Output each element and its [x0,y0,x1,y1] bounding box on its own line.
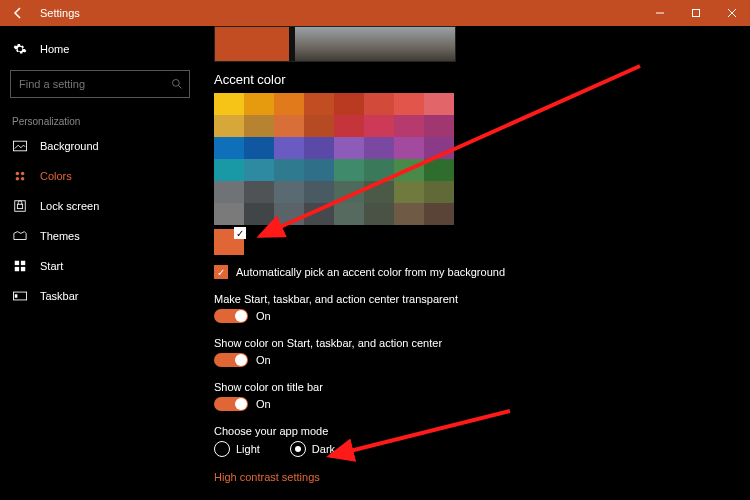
accent-swatch[interactable] [274,93,304,115]
preview-wallpaper [295,27,455,61]
accent-swatch[interactable] [274,181,304,203]
titlebar-color-label: Show color on title bar [214,381,750,393]
accent-swatch[interactable] [304,181,334,203]
svg-rect-9 [15,201,26,212]
accent-swatch[interactable] [334,137,364,159]
sidebar-item-label: Colors [40,170,72,182]
maximize-icon [691,8,701,18]
svg-point-6 [21,172,25,176]
selected-accent-swatch[interactable]: ✓ [214,229,244,255]
svg-point-8 [21,177,25,181]
sidebar-icon [12,291,28,301]
accent-swatch[interactable] [244,115,274,137]
titlebar-color-toggle[interactable] [214,397,248,411]
auto-accent-checkbox[interactable]: ✓ [214,265,228,279]
accent-swatch[interactable] [334,203,364,225]
svg-rect-16 [15,294,18,298]
accent-swatch[interactable] [274,159,304,181]
high-contrast-link[interactable]: High contrast settings [214,471,320,483]
back-button[interactable] [0,0,36,26]
sidebar-item-themes[interactable]: Themes [0,221,200,251]
accent-swatch[interactable] [214,137,244,159]
sidebar-item-background[interactable]: Background [0,131,200,161]
accent-swatch[interactable] [394,181,424,203]
accent-swatch[interactable] [214,181,244,203]
accent-swatch[interactable] [244,159,274,181]
close-button[interactable] [714,0,750,26]
accent-swatch[interactable] [244,93,274,115]
accent-swatch[interactable] [214,115,244,137]
svg-rect-14 [21,267,25,271]
accent-swatch[interactable] [424,115,454,137]
accent-swatch[interactable] [304,137,334,159]
accent-swatch[interactable] [214,159,244,181]
search-icon [171,78,183,90]
titlebar-color-state: On [256,398,271,410]
accent-swatch[interactable] [334,115,364,137]
maximize-button[interactable] [678,0,714,26]
accent-swatch[interactable] [244,137,274,159]
accent-swatch[interactable] [304,93,334,115]
app-mode-light[interactable]: Light [214,441,260,457]
accent-color-grid [214,93,454,225]
accent-swatch[interactable] [244,203,274,225]
accent-swatch[interactable] [214,203,244,225]
accent-swatch[interactable] [334,159,364,181]
accent-swatch[interactable] [364,181,394,203]
accent-swatch[interactable] [424,93,454,115]
accent-swatch[interactable] [274,115,304,137]
accent-swatch[interactable] [304,159,334,181]
app-mode-label: Choose your app mode [214,425,750,437]
sidebar-item-lock-screen[interactable]: Lock screen [0,191,200,221]
auto-accent-label: Automatically pick an accent color from … [236,266,505,278]
search-input[interactable] [17,77,161,91]
accent-swatch[interactable] [424,203,454,225]
accent-swatch[interactable] [334,93,364,115]
accent-swatch[interactable] [334,181,364,203]
accent-swatch[interactable] [394,203,424,225]
accent-swatch[interactable] [424,137,454,159]
accent-swatch[interactable] [394,93,424,115]
show-color-toggle[interactable] [214,353,248,367]
sidebar-item-start[interactable]: Start [0,251,200,281]
accent-swatch[interactable] [364,159,394,181]
app-mode-dark-label: Dark [312,443,335,455]
sidebar-item-taskbar[interactable]: Taskbar [0,281,200,311]
gear-icon [12,42,28,56]
accent-swatch[interactable] [274,203,304,225]
accent-swatch[interactable] [394,137,424,159]
radio-icon [214,441,230,457]
accent-swatch[interactable] [304,203,334,225]
accent-swatch[interactable] [364,93,394,115]
accent-heading: Accent color [214,72,750,87]
svg-rect-10 [17,204,22,208]
accent-swatch[interactable] [364,203,394,225]
sidebar-home[interactable]: Home [0,34,200,64]
sidebar-icon [12,199,28,213]
accent-swatch[interactable] [304,115,334,137]
app-mode-light-label: Light [236,443,260,455]
show-color-label: Show color on Start, taskbar, and action… [214,337,750,349]
accent-swatch[interactable] [394,159,424,181]
accent-swatch[interactable] [424,159,454,181]
svg-point-7 [16,177,20,181]
accent-swatch[interactable] [424,181,454,203]
minimize-icon [655,8,665,18]
svg-rect-1 [693,10,700,17]
accent-swatch[interactable] [244,181,274,203]
transparent-label: Make Start, taskbar, and action center t… [214,293,750,305]
search-box[interactable] [10,70,190,98]
app-mode-dark[interactable]: Dark [290,441,335,457]
sidebar-item-label: Background [40,140,99,152]
accent-swatch[interactable] [394,115,424,137]
accent-swatch[interactable] [274,137,304,159]
minimize-button[interactable] [642,0,678,26]
sidebar-item-colors[interactable]: Colors [0,161,200,191]
title-bar: Settings [0,0,750,26]
accent-swatch[interactable] [364,137,394,159]
sidebar-icon [12,140,28,152]
transparent-toggle[interactable] [214,309,248,323]
accent-swatch[interactable] [214,93,244,115]
accent-swatch[interactable] [364,115,394,137]
auto-accent-row[interactable]: ✓ Automatically pick an accent color fro… [214,265,750,279]
